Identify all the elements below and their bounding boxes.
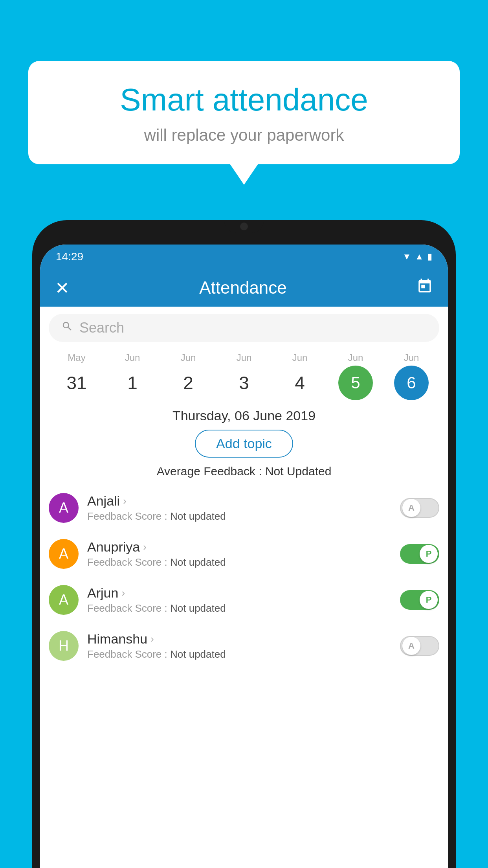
avatar-arjun: A [49, 585, 79, 615]
month-label-6: Jun [392, 352, 431, 363]
calendar-icon[interactable] [416, 278, 433, 298]
student-name-anjali: Anjali › [87, 493, 391, 509]
attendance-toggle-arjun[interactable]: P [400, 590, 439, 610]
wifi-icon: ▼ [402, 252, 411, 262]
status-bar: 14:29 ▼ ▲ ▮ [40, 245, 448, 269]
month-labels-row: May Jun Jun Jun Jun Jun Jun [49, 352, 439, 363]
app-header: ✕ Attendance [40, 269, 448, 307]
chevron-right-icon: › [150, 633, 154, 645]
student-feedback-anjali: Feedback Score : Not updated [87, 510, 391, 522]
student-item-himanshu[interactable]: H Himanshu › Feedback Score : Not update… [49, 623, 439, 669]
attendance-toggle-anjali[interactable]: A [400, 498, 439, 518]
month-label-2: Jun [169, 352, 208, 363]
toggle-knob-himanshu: A [402, 637, 420, 655]
day-1[interactable]: 1 [113, 366, 152, 400]
day-31[interactable]: 31 [57, 366, 96, 400]
toggle-knob-arjun: P [420, 591, 438, 609]
month-label-5: Jun [336, 352, 375, 363]
student-feedback-himanshu: Feedback Score : Not updated [87, 648, 391, 660]
battery-icon: ▮ [427, 252, 432, 262]
student-info-himanshu: Himanshu › Feedback Score : Not updated [87, 631, 391, 660]
day-4[interactable]: 4 [280, 366, 319, 400]
student-info-anupriya: Anupriya › Feedback Score : Not updated [87, 539, 391, 568]
chevron-right-icon: › [143, 541, 147, 553]
toggle-knob-anupriya: P [420, 545, 438, 563]
attendance-toggle-anupriya[interactable]: P [400, 544, 439, 564]
phone-screen: 14:29 ▼ ▲ ▮ ✕ Attendance S [40, 245, 448, 868]
day-2[interactable]: 2 [169, 366, 208, 400]
signal-icon: ▲ [415, 252, 424, 262]
chevron-right-icon: › [123, 495, 127, 507]
month-label-0: May [57, 352, 96, 363]
search-input[interactable]: Search [79, 320, 427, 336]
student-name-himanshu: Himanshu › [87, 631, 391, 647]
close-button[interactable]: ✕ [55, 278, 70, 298]
student-item-arjun[interactable]: A Arjun › Feedback Score : Not updated P [49, 577, 439, 623]
month-label-4: Jun [280, 352, 319, 363]
header-title: Attendance [199, 278, 287, 298]
avg-feedback: Average Feedback : Not Updated [40, 465, 448, 478]
phone-notch [224, 220, 264, 233]
speech-bubble-subtitle: will replace your paperwork [52, 126, 436, 145]
day-3[interactable]: 3 [224, 366, 264, 400]
student-name-anupriya: Anupriya › [87, 539, 391, 555]
speech-bubble: Smart attendance will replace your paper… [28, 61, 460, 164]
student-feedback-anupriya: Feedback Score : Not updated [87, 556, 391, 568]
student-feedback-arjun: Feedback Score : Not updated [87, 602, 391, 614]
day-6[interactable]: 6 [392, 366, 431, 400]
month-label-1: Jun [113, 352, 152, 363]
front-camera [240, 223, 248, 230]
speech-bubble-title: Smart attendance [52, 83, 436, 117]
toggle-knob-anjali: A [402, 499, 420, 517]
avatar-himanshu: H [49, 631, 79, 661]
date-picker: May Jun Jun Jun Jun Jun Jun 31 1 2 [40, 349, 448, 400]
student-item-anupriya[interactable]: A Anupriya › Feedback Score : Not update… [49, 531, 439, 577]
status-icons: ▼ ▲ ▮ [402, 252, 432, 262]
month-label-3: Jun [224, 352, 264, 363]
search-bar[interactable]: Search [49, 314, 439, 342]
avatar-anupriya: A [49, 539, 79, 569]
selected-date: Thursday, 06 June 2019 [40, 408, 448, 423]
add-topic-button[interactable]: Add topic [195, 430, 293, 458]
avg-feedback-label: Average Feedback : [157, 465, 265, 478]
search-icon [61, 320, 73, 335]
student-name-arjun: Arjun › [87, 585, 391, 601]
avatar-anjali: A [49, 493, 79, 523]
student-info-arjun: Arjun › Feedback Score : Not updated [87, 585, 391, 614]
student-info-anjali: Anjali › Feedback Score : Not updated [87, 493, 391, 522]
student-list: A Anjali › Feedback Score : Not updated … [40, 485, 448, 669]
attendance-toggle-himanshu[interactable]: A [400, 636, 439, 656]
day-numbers-row: 31 1 2 3 4 5 6 [49, 366, 439, 400]
status-time: 14:29 [56, 250, 83, 263]
chevron-right-icon: › [121, 587, 125, 599]
day-5[interactable]: 5 [336, 366, 375, 400]
avg-feedback-value: Not Updated [265, 465, 331, 478]
student-item-anjali[interactable]: A Anjali › Feedback Score : Not updated … [49, 485, 439, 531]
phone-frame: 14:29 ▼ ▲ ▮ ✕ Attendance S [32, 220, 456, 868]
